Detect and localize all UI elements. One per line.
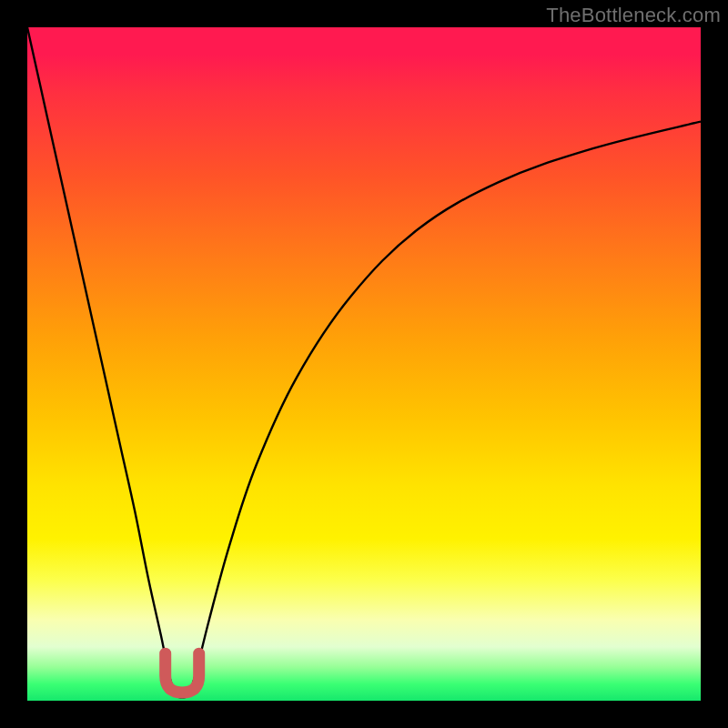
chart-frame: TheBottleneck.com [0,0,728,728]
bottleneck-curve [27,27,701,697]
curve-layer [27,27,701,701]
watermark-text: TheBottleneck.com [546,4,721,27]
u-minimum-marker [166,653,199,693]
plot-area [27,27,701,701]
